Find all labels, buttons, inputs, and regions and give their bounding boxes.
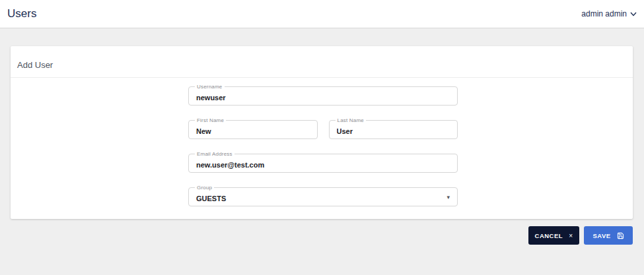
save-button[interactable]: SAVE: [584, 226, 633, 245]
form-row-group: Group GUESTS ▾: [188, 187, 458, 206]
cancel-button-label: CANCEL: [535, 232, 563, 239]
group-label: Group: [195, 185, 214, 191]
cancel-button[interactable]: CANCEL ×: [528, 226, 579, 245]
first-name-field-wrapper: First Name: [188, 120, 318, 139]
close-icon: ×: [569, 232, 573, 239]
top-header: Users admin admin: [0, 0, 644, 28]
last-name-label: Last Name: [336, 117, 366, 124]
email-label: Email Address: [195, 151, 234, 158]
form-row-username: Username: [188, 86, 458, 106]
add-user-card: Add User Username First Name Last Name E…: [11, 46, 633, 219]
dropdown-arrow-icon: ▾: [447, 195, 450, 200]
username-label: Username: [195, 84, 225, 90]
card-header: Add User: [11, 46, 633, 78]
user-menu[interactable]: admin admin: [581, 9, 637, 18]
first-name-label: First Name: [195, 117, 226, 124]
form-row-email: Email Address: [188, 154, 458, 173]
page-title: Users: [7, 7, 36, 20]
form-row-names: First Name Last Name: [188, 120, 458, 139]
add-user-form: Username First Name Last Name Email Addr…: [188, 86, 458, 206]
group-select[interactable]: Group GUESTS ▾: [188, 187, 458, 206]
last-name-field-wrapper: Last Name: [329, 120, 458, 139]
group-selected-value: GUESTS: [196, 195, 226, 202]
username-field-wrapper: Username: [188, 86, 458, 106]
user-menu-label: admin admin: [581, 9, 627, 18]
username-input[interactable]: [189, 87, 457, 105]
save-button-label: SAVE: [592, 232, 610, 239]
email-field-wrapper: Email Address: [188, 154, 458, 173]
card-title: Add User: [17, 60, 626, 70]
form-actions: CANCEL × SAVE: [11, 226, 633, 245]
chevron-down-icon: [630, 12, 637, 16]
save-floppy-icon: [617, 232, 624, 239]
